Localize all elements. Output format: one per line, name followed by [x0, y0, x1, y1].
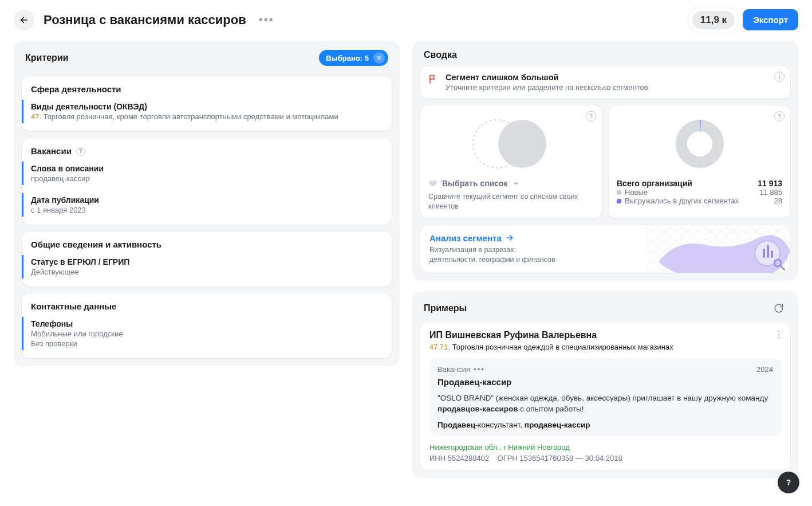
criteria-item[interactable]: Телефоны Мобильные или городские Без про… [22, 317, 383, 350]
analysis-line2: деятельности, географии и финансов [429, 255, 781, 265]
stats-row-label: Выгружались в других сегментах [625, 197, 739, 205]
example-company-name[interactable]: ИП Вишневская Руфина Валерьевна [429, 330, 781, 340]
help-fab[interactable]: ? [778, 472, 799, 493]
criteria-item-label: Виды деятельности (ОКВЭД) [31, 102, 383, 111]
flag-icon [428, 74, 439, 84]
refresh-icon [774, 303, 784, 313]
chevron-down-icon [513, 180, 519, 187]
examples-panel: Примеры ⋮ ИП Вишневская Руфина Валерьевн… [412, 291, 798, 478]
criteria-item[interactable]: Виды деятельности (ОКВЭД) 47. Торговля р… [22, 100, 383, 123]
criteria-item-label: Слова в описании [31, 164, 383, 173]
back-button[interactable] [14, 10, 34, 30]
example-company-card: ⋮ ИП Вишневская Руфина Валерьевна 47.71.… [420, 322, 790, 470]
compare-subtitle: Сравните текущий сегмент со списком свои… [428, 192, 594, 211]
select-list-dropdown[interactable]: Выбрать список [428, 179, 519, 188]
criteria-item-label: Статус в ЕГРЮЛ / ЕГРИП [31, 257, 383, 266]
export-button[interactable]: Экспорт [743, 9, 798, 30]
donut-chart [617, 112, 782, 175]
criteria-item-label: Дата публикации [31, 195, 383, 205]
legend-dot [617, 199, 621, 203]
svg-point-1 [498, 120, 546, 168]
criteria-panel: Критерии Выбрано: 5 Сфера деятельности В… [14, 41, 400, 366]
vacancy-tags: Продавец-консультант, продавец-кассир [437, 421, 773, 429]
info-icon[interactable]: i [774, 72, 785, 82]
compare-card: ? Выбрать список Сравните текущий сегмен… [420, 105, 602, 218]
criteria-group-contacts: Контактные данные Телефоны Мобильные или… [22, 293, 392, 358]
summary-panel-title: Сводка [424, 50, 457, 60]
criteria-group-title: Общие сведения и активность [31, 240, 161, 249]
example-okved: 47.71. Торговля розничная одеждой в спец… [429, 343, 781, 351]
segment-too-large-alert: Сегмент слишком большой Уточните критери… [420, 66, 790, 99]
legend-dot [617, 190, 621, 195]
criteria-item-value: продавец-кассир [31, 174, 383, 183]
criteria-item[interactable]: Слова в описании продавец-кассир [22, 162, 383, 185]
stats-total-label: Всего организаций [617, 179, 692, 188]
example-location: Нижегородская обл., г Нижний Новгород [429, 443, 781, 452]
help-icon[interactable]: ? [586, 111, 596, 121]
stats-row-value: 11 885 [759, 188, 782, 197]
help-icon[interactable]: ? [76, 147, 85, 156]
result-count-badge: 11,9 к [692, 11, 735, 29]
examples-panel-title: Примеры [424, 303, 467, 313]
more-menu-button[interactable]: ••• [255, 11, 278, 29]
help-icon[interactable]: ? [774, 111, 785, 121]
criteria-group-title: Вакансии [31, 146, 72, 156]
vacancy-year: 2024 [756, 365, 773, 374]
criteria-item-value: Действующее [31, 268, 383, 276]
vacancy-title: Продавец-кассир [437, 377, 773, 387]
select-list-label: Выбрать список [442, 179, 508, 188]
criteria-item-value: 47. Торговля розничная, кроме торговли а… [31, 112, 383, 121]
stats-total-value: 11 913 [758, 179, 782, 188]
venn-diagram [428, 112, 594, 175]
vacancy-tag: Вакансия [437, 365, 470, 374]
selected-count-label: Выбрано: 5 [326, 54, 369, 62]
criteria-group-vacancies: Вакансии ? Слова в описании продавец-кас… [22, 138, 392, 225]
arrow-left-icon [19, 15, 29, 25]
refresh-button[interactable] [771, 300, 787, 316]
example-ids: ИНН 5524288402 ОГРН 1536541760358 — 30.0… [429, 454, 781, 462]
alert-subtitle: Уточните критерии или разделите на неско… [446, 83, 648, 92]
selected-count-chip[interactable]: Выбрано: 5 [319, 50, 388, 66]
clear-selection-icon[interactable] [373, 52, 385, 64]
criteria-group-title: Сфера деятельности [31, 84, 121, 94]
criteria-item-value: с 1 января 2023 [31, 206, 383, 214]
vacancy-body: "OSLO BRAND" (женская одежда, обувь, акс… [437, 393, 773, 415]
vacancy-more-icon[interactable]: ••• [474, 365, 485, 374]
criteria-group-title: Контактные данные [31, 301, 116, 311]
criteria-item[interactable]: Дата публикации с 1 января 2023 [22, 193, 383, 217]
segment-analysis-card[interactable]: Анализ сегмента Визуализация в разрезах:… [420, 225, 790, 273]
criteria-group-activity: Сфера деятельности Виды деятельности (ОК… [22, 76, 392, 131]
stats-row-value: 28 [774, 197, 782, 205]
criteria-item[interactable]: Статус в ЕГРЮЛ / ЕГРИП Действующее [22, 255, 383, 279]
page-title: Розница с вакансиями кассиров [44, 13, 246, 28]
stats-row-label: Новые [625, 188, 648, 197]
vacancy-box: Вакансия ••• 2024 Продавец-кассир "OSLO … [429, 358, 781, 436]
analysis-link[interactable]: Анализ сегмента [429, 233, 514, 243]
criteria-item-label: Телефоны [31, 319, 383, 328]
criteria-panel-title: Критерии [25, 53, 69, 63]
stats-card: ? Всего организаций 11 913 Новые [609, 105, 790, 218]
arrow-right-icon [505, 233, 514, 242]
alert-title: Сегмент слишком большой [446, 73, 648, 82]
criteria-item-value-2: Без проверки [31, 339, 383, 348]
criteria-item-value: Мобильные или городские [31, 330, 383, 338]
svg-line-11 [780, 265, 785, 270]
analysis-line1: Визуализация в разрезах: [429, 245, 781, 255]
summary-panel: Сводка Сегмент слишком большой Уточните … [412, 41, 798, 281]
criteria-group-general: Общие сведения и активность Статус в ЕГР… [22, 232, 392, 287]
example-more-menu[interactable]: ⋮ [774, 329, 783, 340]
heart-icon [428, 179, 437, 188]
